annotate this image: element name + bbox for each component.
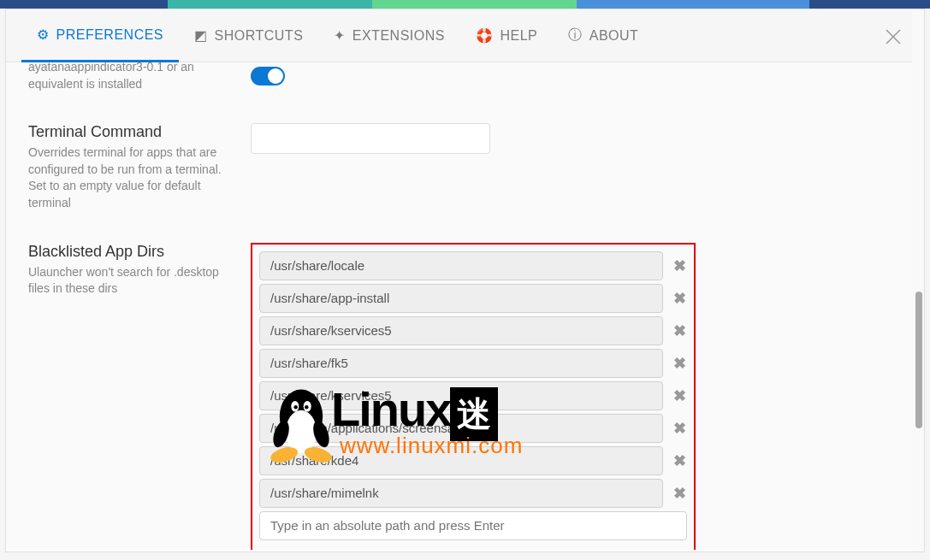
tab-extensions[interactable]: ✦ EXTENSIONS (318, 10, 460, 61)
main-container: ⚙ PREFERENCES ◩ SHORTCUTS ✦ EXTENSIONS 🛟… (5, 9, 925, 552)
blacklist-highlight-box: ✖ ✖ ✖ ✖ ✖ (251, 243, 696, 550)
tab-about[interactable]: ⓘ ABOUT (553, 9, 654, 62)
remove-dir-button[interactable]: ✖ (672, 289, 687, 308)
blacklist-dir-row: ✖ (259, 349, 687, 378)
setting-description: ayatanaappindicator3-0.1 or an equivalen… (28, 62, 234, 92)
tab-label: SHORTCUTS (215, 28, 304, 44)
blacklist-dir-input[interactable] (259, 446, 663, 475)
remove-dir-button[interactable]: ✖ (672, 386, 687, 405)
tab-label: HELP (500, 28, 537, 44)
blacklist-dir-row: ✖ (259, 381, 687, 410)
blacklist-dir-input[interactable] (259, 316, 663, 345)
setting-row-blacklist: Blacklisted App Dirs Ulauncher won't sea… (28, 243, 902, 550)
remove-dir-button[interactable]: ✖ (672, 419, 687, 438)
toggle-appindicator[interactable] (251, 67, 285, 85)
remove-dir-button[interactable]: ✖ (672, 256, 687, 275)
blacklist-dir-row: ✖ (259, 251, 687, 280)
setting-title: Terminal Command (28, 123, 234, 141)
scrollbar-track[interactable] (912, 9, 924, 551)
blacklist-dir-row: ✖ (259, 479, 687, 508)
blacklist-dir-row: ✖ (259, 446, 687, 475)
setting-description: Overrides terminal for apps that are con… (28, 144, 234, 211)
tab-help[interactable]: 🛟 HELP (460, 10, 553, 61)
setting-row-terminal: Terminal Command Overrides terminal for … (28, 123, 902, 211)
blacklist-dir-row: ✖ (259, 316, 687, 345)
setting-label-column: Blacklisted App Dirs Ulauncher won't sea… (28, 243, 234, 298)
blacklist-dir-row: ✖ (259, 284, 687, 313)
tab-label: PREFERENCES (56, 27, 164, 43)
remove-dir-button[interactable]: ✖ (672, 354, 687, 373)
setting-control: ✖ ✖ ✖ ✖ ✖ (251, 243, 902, 550)
blacklist-dir-input[interactable] (259, 349, 663, 378)
extensions-icon: ✦ (334, 27, 346, 44)
terminal-command-input[interactable] (251, 123, 490, 154)
blacklist-dir-input[interactable] (259, 381, 663, 410)
shortcuts-icon: ◩ (194, 27, 208, 44)
setting-label-column: Terminal Command Overrides terminal for … (28, 123, 234, 211)
blacklist-new-dir-input[interactable] (259, 511, 687, 540)
close-button[interactable] (883, 27, 903, 47)
blacklist-dir-input[interactable] (259, 284, 663, 313)
help-icon: 🛟 (476, 27, 494, 44)
blacklist-dir-row: ✖ (259, 414, 687, 443)
remove-dir-button[interactable]: ✖ (672, 484, 687, 503)
preferences-content: ayatanaappindicator3-0.1 or an equivalen… (6, 62, 924, 550)
remove-dir-button[interactable]: ✖ (672, 321, 687, 340)
tab-bar: ⚙ PREFERENCES ◩ SHORTCUTS ✦ EXTENSIONS 🛟… (6, 9, 924, 62)
setting-title: Blacklisted App Dirs (28, 243, 234, 261)
scrollbar-thumb[interactable] (915, 292, 922, 428)
close-icon (883, 27, 903, 47)
blacklist-dir-input[interactable] (259, 251, 663, 280)
blacklist-new-dir-row (259, 511, 687, 540)
tab-label: EXTENSIONS (352, 28, 445, 44)
remove-dir-button[interactable]: ✖ (672, 451, 687, 470)
gear-icon: ⚙ (37, 27, 50, 43)
blacklist-dir-input[interactable] (259, 479, 663, 508)
tab-preferences[interactable]: ⚙ PREFERENCES (21, 9, 179, 62)
setting-control (251, 123, 902, 154)
tab-shortcuts[interactable]: ◩ SHORTCUTS (179, 10, 318, 61)
info-icon: ⓘ (568, 27, 583, 44)
window-top-accent (0, 0, 930, 9)
tab-label: ABOUT (589, 28, 639, 44)
setting-description: Ulauncher won't search for .desktop file… (28, 264, 234, 298)
setting-row-appindicator: ayatanaappindicator3-0.1 or an equivalen… (28, 62, 902, 92)
blacklist-dir-input[interactable] (259, 414, 663, 443)
